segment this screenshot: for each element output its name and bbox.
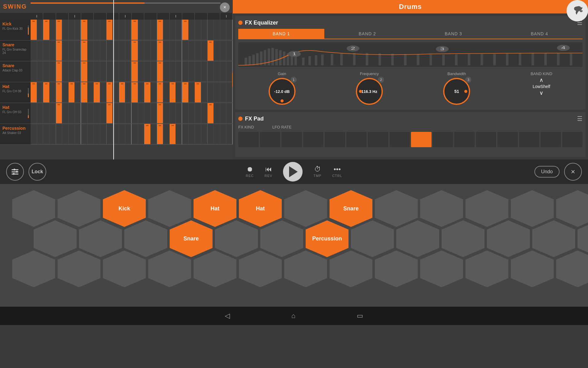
hex-pad[interactable] <box>12 251 55 287</box>
hex-pad[interactable] <box>103 251 146 287</box>
grid-cell[interactable] <box>163 82 170 103</box>
grid-cell[interactable] <box>43 124 50 144</box>
grid-cell[interactable] <box>75 103 81 124</box>
grid-cell[interactable] <box>50 40 56 61</box>
grid-cell[interactable] <box>88 20 94 40</box>
band-tab-1[interactable]: BAND 1 <box>238 29 324 39</box>
tmp-button[interactable]: ⏱ TMP <box>313 166 321 178</box>
grid-cell[interactable] <box>56 40 62 61</box>
grid-cell[interactable] <box>170 20 176 40</box>
grid-cell[interactable] <box>125 124 132 144</box>
grid-cell[interactable] <box>163 124 170 144</box>
grid-cell[interactable] <box>31 103 37 124</box>
grid-cell[interactable] <box>226 124 233 144</box>
grid-cell[interactable] <box>62 61 69 82</box>
fx-pad-cell[interactable] <box>281 132 302 147</box>
grid-cell[interactable] <box>43 103 50 124</box>
grid-cell[interactable] <box>81 20 88 40</box>
grid-cell[interactable] <box>214 82 220 103</box>
grid-cell[interactable] <box>151 103 157 124</box>
grid-cell[interactable] <box>132 20 138 40</box>
grid-cell[interactable] <box>132 82 138 103</box>
fx-eq-dot[interactable] <box>238 21 243 25</box>
hex-pad[interactable] <box>375 251 418 287</box>
grid-cell[interactable] <box>50 103 56 124</box>
grid-cell[interactable] <box>94 40 100 61</box>
grid-cell[interactable] <box>226 82 233 103</box>
grid-cell[interactable] <box>50 124 56 144</box>
grid-cell[interactable] <box>119 82 126 103</box>
grid-cell[interactable] <box>220 103 227 124</box>
grid-cell[interactable] <box>75 40 81 61</box>
grid-cell[interactable] <box>176 20 182 40</box>
band-tab-3[interactable]: BAND 3 <box>410 29 496 39</box>
grid-cell[interactable] <box>226 103 233 124</box>
grid-cell[interactable] <box>214 124 220 144</box>
grid-cell[interactable] <box>69 61 75 82</box>
grid-cell[interactable] <box>157 40 164 61</box>
fx-pad-cell[interactable] <box>541 132 561 147</box>
grid-cell[interactable] <box>119 103 126 124</box>
grid-cell[interactable] <box>125 103 132 124</box>
grid-cell[interactable] <box>69 124 75 144</box>
grid-cell[interactable] <box>100 103 107 124</box>
grid-cell[interactable] <box>220 82 227 103</box>
freq-knob[interactable]: 2 116.3 Hz <box>356 78 383 105</box>
grid-cell[interactable] <box>132 103 138 124</box>
grid-cell[interactable] <box>69 40 75 61</box>
grid-cell[interactable] <box>75 61 81 82</box>
fx-pad-cell[interactable] <box>519 132 540 147</box>
grid-cell[interactable] <box>201 40 208 61</box>
grid-cell[interactable] <box>43 61 50 82</box>
mixer-button[interactable] <box>6 163 24 181</box>
grid-cell[interactable] <box>138 103 145 124</box>
grid-cell[interactable] <box>56 124 62 144</box>
grid-cell[interactable] <box>208 103 214 124</box>
grid-cell[interactable] <box>189 20 195 40</box>
grid-cell[interactable] <box>37 20 43 40</box>
grid-cell[interactable] <box>31 20 37 40</box>
grid-cell[interactable] <box>43 82 50 103</box>
grid-cell[interactable] <box>132 40 138 61</box>
hex-pad[interactable] <box>420 251 463 287</box>
grid-cell[interactable] <box>195 61 201 82</box>
grid-cell[interactable] <box>189 103 195 124</box>
sequencer-close-button[interactable]: × <box>220 2 230 12</box>
grid-cell[interactable] <box>144 61 151 82</box>
grid-cell[interactable] <box>176 124 182 144</box>
hex-pad[interactable] <box>556 251 588 287</box>
grid-cell[interactable] <box>176 40 182 61</box>
grid-cell[interactable] <box>163 20 170 40</box>
grid-cell[interactable] <box>107 40 113 61</box>
grid-cell[interactable] <box>201 82 208 103</box>
grid-cell[interactable] <box>208 82 214 103</box>
play-button[interactable] <box>283 162 303 182</box>
grid-cell[interactable] <box>208 124 214 144</box>
hex-pad[interactable] <box>284 251 327 287</box>
hex-pad[interactable] <box>194 251 236 287</box>
grid-cell[interactable] <box>157 20 164 40</box>
grid-cell[interactable] <box>132 61 138 82</box>
grid-cell[interactable] <box>170 40 176 61</box>
grid-cell[interactable] <box>182 124 189 144</box>
grid-cell[interactable] <box>62 103 69 124</box>
lock-button[interactable]: Lock <box>28 163 46 181</box>
grid-cell[interactable] <box>50 20 56 40</box>
grid-cell[interactable] <box>100 124 107 144</box>
grid-cell[interactable] <box>62 124 69 144</box>
back-button[interactable]: ◁ <box>225 312 230 320</box>
band-kind-up-arrow[interactable]: ∧ <box>539 77 543 83</box>
hex-pad[interactable] <box>239 251 282 287</box>
grid-cell[interactable] <box>107 103 113 124</box>
grid-cell[interactable] <box>125 40 132 61</box>
grid-cell[interactable] <box>88 40 94 61</box>
hex-pad[interactable] <box>511 251 554 287</box>
hex-pad[interactable] <box>330 251 372 287</box>
grid-cell[interactable] <box>226 20 233 40</box>
grid-cell[interactable] <box>163 103 170 124</box>
fx-pad-cell[interactable] <box>325 132 345 147</box>
grid-cell[interactable] <box>163 40 170 61</box>
grid-cell[interactable] <box>144 20 151 40</box>
grid-cell[interactable] <box>189 82 195 103</box>
hex-pad[interactable] <box>148 251 191 287</box>
